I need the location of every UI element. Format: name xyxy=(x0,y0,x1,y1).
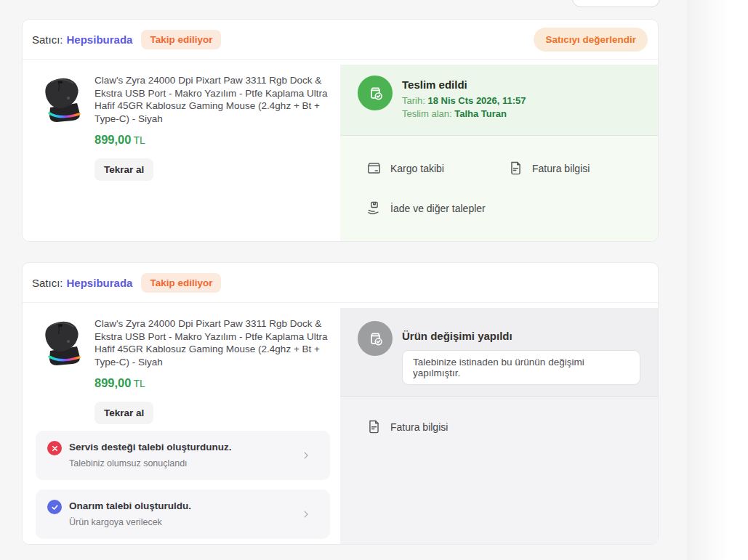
seller-label: Satıcı: xyxy=(32,277,63,289)
delivery-receiver-value: Talha Turan xyxy=(454,108,507,119)
service-request-row[interactable]: Servis desteği talebi oluşturdunuz. Tale… xyxy=(36,431,330,480)
cargo-tracking-link[interactable]: Kargo takibi xyxy=(366,160,507,176)
delivery-receiver-label: Teslim alan: xyxy=(402,108,452,119)
reorder-button[interactable]: Tekrar al xyxy=(94,402,153,424)
invoice-label: Fatura bilgisi xyxy=(532,163,590,174)
invoice-icon xyxy=(507,160,524,176)
product-price: 899,00TL xyxy=(94,376,340,390)
delivery-date-value: 18 Nis Cts 2026, 11:57 xyxy=(427,95,526,106)
orders-page: Satıcı: Hepsiburada Takip ediliyor Satıc… xyxy=(0,0,748,560)
invoice-icon xyxy=(366,418,382,435)
follow-badge[interactable]: Takip ediliyor xyxy=(141,273,221,293)
delivered-banner: Teslim edildi Tarih: 18 Nis Cts 2026, 11… xyxy=(340,65,658,136)
exchange-status-title: Ürün değişimi yapıldı xyxy=(402,330,640,342)
seller-label: Satıcı: xyxy=(32,33,63,46)
x-circle-icon xyxy=(47,441,62,455)
price-value: 899,00 xyxy=(94,376,131,389)
invoice-label: Fatura bilgisi xyxy=(390,421,448,433)
delivery-date-label: Tarih: xyxy=(402,95,425,106)
product-price: 899,00TL xyxy=(94,133,340,147)
returns-and-requests-label: İade ve diğer talepler xyxy=(390,203,486,214)
order-card-header: Satıcı: Hepsiburada Takip ediliyor Satıc… xyxy=(23,20,658,60)
invoice-link[interactable]: Fatura bilgisi xyxy=(366,418,658,435)
status-row-subtitle: Ürün kargoya verilecek xyxy=(69,517,301,527)
price-currency: TL xyxy=(133,134,145,146)
delivery-texts: Teslim edildi Tarih: 18 Nis Cts 2026, 11… xyxy=(402,76,526,135)
top-partial-button[interactable] xyxy=(572,0,660,7)
package-check-icon xyxy=(358,321,393,356)
seller-name-link[interactable]: Hepsiburada xyxy=(67,33,133,46)
price-value: 899,00 xyxy=(94,133,131,146)
gaming-mouse-image xyxy=(36,74,88,126)
exchange-texts: Ürün değişimi yapıldı Talebinize istinad… xyxy=(402,330,640,396)
product-image[interactable] xyxy=(36,317,88,370)
exchange-message: Talebinize istinaden bu ürünün değişimi … xyxy=(402,350,640,385)
return-hand-icon xyxy=(366,200,382,216)
order-card-exchanged: Satıcı: Hepsiburada Takip ediliyor xyxy=(22,262,659,545)
order-actions: Kargo takibi Fatura bilgisi xyxy=(340,136,658,242)
request-status-list: Servis desteği talebi oluşturdunuz. Tale… xyxy=(36,431,340,539)
order-actions: Fatura bilgisi xyxy=(340,397,658,545)
delivery-date-line: Tarih: 18 Nis Cts 2026, 11:57 xyxy=(402,95,526,106)
status-row-subtitle: Talebiniz olumsuz sonuçlandı xyxy=(69,458,301,468)
product-title[interactable]: Claw's Zyra 24000 Dpi Pixart Paw 3311 Rg… xyxy=(94,317,340,368)
evaluate-seller-button[interactable]: Satıcıyı değerlendir xyxy=(534,28,648,52)
seller-name-link[interactable]: Hepsiburada xyxy=(67,277,133,289)
invoice-link[interactable]: Fatura bilgisi xyxy=(507,160,590,176)
product-image[interactable] xyxy=(36,74,88,126)
order-status-column: Ürün değişimi yapıldı Talebinize istinad… xyxy=(340,308,658,545)
delivery-status-title: Teslim edildi xyxy=(402,78,526,91)
product-column: Claw's Zyra 24000 Dpi Pixart Paw 3311 Rg… xyxy=(23,303,340,545)
reorder-button[interactable]: Tekrar al xyxy=(94,158,153,181)
exchange-banner: Ürün değişimi yapıldı Talebinize istinad… xyxy=(340,308,658,397)
product-info: Claw's Zyra 24000 Dpi Pixart Paw 3311 Rg… xyxy=(94,74,340,181)
returns-and-requests-link[interactable]: İade ve diğer talepler xyxy=(366,200,658,216)
check-circle-icon xyxy=(47,500,62,514)
package-check-icon xyxy=(358,76,393,110)
product-column: Claw's Zyra 24000 Dpi Pixart Paw 3311 Rg… xyxy=(23,60,340,242)
cargo-tracking-label: Kargo takibi xyxy=(390,163,444,174)
chevron-right-icon xyxy=(301,509,311,519)
status-row-title: Servis desteği talebi oluşturdunuz. xyxy=(69,442,301,453)
gaming-mouse-image xyxy=(36,317,88,370)
repair-request-row[interactable]: Onarım talebi oluşturuldu. Ürün kargoya … xyxy=(36,490,330,539)
status-row-title: Onarım talebi oluşturuldu. xyxy=(69,500,301,511)
page-right-edge-fade xyxy=(687,0,748,560)
product-block: Claw's Zyra 24000 Dpi Pixart Paw 3311 Rg… xyxy=(36,317,340,424)
product-info: Claw's Zyra 24000 Dpi Pixart Paw 3311 Rg… xyxy=(94,317,340,424)
price-currency: TL xyxy=(133,378,145,389)
order-card-header: Satıcı: Hepsiburada Takip ediliyor xyxy=(23,263,658,303)
delivery-receiver-line: Teslim alan: Talha Turan xyxy=(402,108,526,119)
product-title[interactable]: Claw's Zyra 24000 Dpi Pixart Paw 3311 Rg… xyxy=(94,74,340,125)
follow-badge[interactable]: Takip ediliyor xyxy=(141,30,221,49)
order-status-column: Teslim edildi Tarih: 18 Nis Cts 2026, 11… xyxy=(340,65,658,242)
order-card-delivered: Satıcı: Hepsiburada Takip ediliyor Satıc… xyxy=(22,19,659,242)
chevron-right-icon xyxy=(301,450,311,460)
product-block: Claw's Zyra 24000 Dpi Pixart Paw 3311 Rg… xyxy=(36,74,340,181)
cargo-box-icon xyxy=(366,160,382,176)
